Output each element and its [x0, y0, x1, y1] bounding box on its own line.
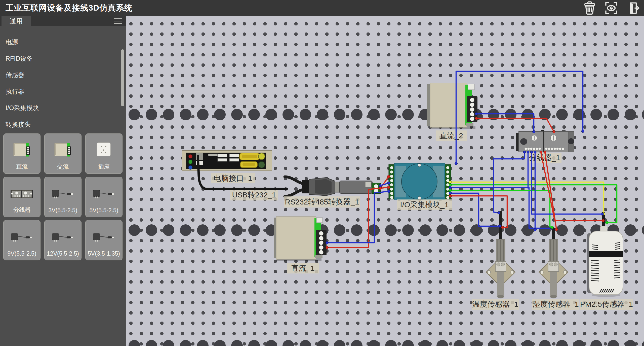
category-power[interactable]: 电源 [6, 34, 124, 50]
svg-text:PM2.5传感器_1: PM2.5传感器_1 [580, 300, 633, 308]
wire-dc2-splitter-red [476, 118, 554, 132]
adapter-icon [52, 224, 74, 250]
adapter-icon [93, 224, 115, 250]
svg-text:直流_2: 直流_2 [439, 131, 463, 140]
device-pm25-sensor[interactable] [587, 212, 623, 297]
toolbar [583, 0, 640, 16]
top-bar: 工业互联网设备及接线3D仿真系统 [0, 0, 644, 16]
label-dc2: 直流_2 [436, 130, 467, 141]
label-dc1: 直流_1 [287, 263, 319, 273]
category-rfid[interactable]: RFID设备 [6, 50, 124, 67]
palette-item-12v[interactable]: 12V(5.5-2.5) [44, 220, 82, 260]
palette-item-splitter[interactable]: 分线器 [3, 177, 41, 217]
svg-text:电脑接口_1: 电脑接口_1 [214, 174, 252, 182]
palette-item-5v-small[interactable]: 5V(3.5-1.35) [85, 220, 123, 260]
device-dc-power-2[interactable] [427, 83, 477, 129]
svg-text:I/O采集模块_1: I/O采集模块_1 [400, 200, 449, 209]
category-io[interactable]: I/O采集模块 [6, 100, 124, 116]
simulation-canvas[interactable]: 电脑接口_1 USB转232_1 RS232转485转换器_1 I/O采集模块_… [126, 16, 644, 346]
adapter-icon [93, 181, 115, 207]
sidebar-scrollbar[interactable] [121, 49, 124, 106]
svg-text:USB转232_1: USB转232_1 [232, 191, 276, 199]
app-title: 工业互联网设备及接线3D仿真系统 [6, 3, 133, 14]
wire-io-temp-blue [450, 193, 500, 226]
splitter-icon [10, 181, 34, 206]
label-pm25: PM2.5传感器_1 [580, 299, 633, 310]
adapter-icon [52, 181, 74, 207]
device-io-module[interactable] [389, 163, 451, 200]
label-io: I/O采集模块_1 [397, 199, 452, 210]
device-usb232-rs485[interactable] [285, 177, 380, 196]
svg-text:RS232转485转换器_1: RS232转485转换器_1 [285, 198, 359, 206]
palette-item-dc[interactable]: 直流 [3, 133, 41, 174]
adapter-icon [11, 224, 33, 250]
svg-text:直流_1: 直流_1 [291, 264, 314, 272]
socket-icon [97, 137, 111, 163]
category-adapter[interactable]: 转换接头 [6, 116, 124, 133]
category-actuator[interactable]: 执行器 [6, 83, 124, 100]
device-dc-power-1[interactable] [274, 217, 327, 261]
palette-item-9v[interactable]: 9V(5.5-2.5) [3, 220, 41, 260]
sidebar: 通用 电源 RFID设备 传感器 执行器 I/O采集模块 转换接头 [0, 16, 126, 346]
exit-icon[interactable] [626, 1, 640, 15]
svg-text:温度传感器_1: 温度传感器_1 [472, 300, 518, 308]
view-eye-icon[interactable] [604, 1, 618, 15]
trash-icon[interactable] [583, 1, 597, 15]
device-palette: 直流 交流 插座 分线器 3V(5.5-2.5) 5V(5.5-2.5) 9V(… [3, 133, 123, 260]
palette-item-5v[interactable]: 5V(5.5-2.5) [85, 177, 123, 217]
ac-power-icon [54, 137, 72, 163]
palette-item-3v[interactable]: 3V(5.5-2.5) [44, 177, 82, 217]
label-pc: 电脑接口_1 [211, 173, 255, 183]
wire-io-dc1-red [327, 187, 389, 248]
label-rs485: RS232转485转换器_1 [284, 196, 360, 207]
label-temp: 温度传感器_1 [472, 299, 519, 310]
label-usb232: USB转232_1 [230, 189, 278, 200]
dc-power-icon [13, 137, 31, 163]
wire-io-pm25-yellow [450, 182, 604, 214]
label-humi: 湿度传感器_1 [532, 299, 579, 310]
menu-icon[interactable] [114, 18, 122, 24]
category-list: 电源 RFID设备 传感器 执行器 I/O采集模块 转换接头 [0, 26, 124, 133]
device-pc-interface[interactable] [182, 151, 272, 171]
device-splitter[interactable] [516, 130, 574, 152]
device-temp-sensor[interactable] [486, 211, 515, 298]
tab-general[interactable]: 通用 [2, 16, 31, 26]
svg-text:分线器_1: 分线器_1 [529, 153, 560, 162]
palette-item-socket[interactable]: 插座 [85, 133, 123, 174]
sidebar-header: 通用 [0, 16, 126, 26]
svg-text:湿度传感器_1: 湿度传感器_1 [533, 300, 579, 308]
device-humidity-sensor[interactable] [539, 227, 568, 298]
palette-item-ac[interactable]: 交流 [44, 133, 82, 174]
category-sensor[interactable]: 传感器 [6, 67, 124, 83]
